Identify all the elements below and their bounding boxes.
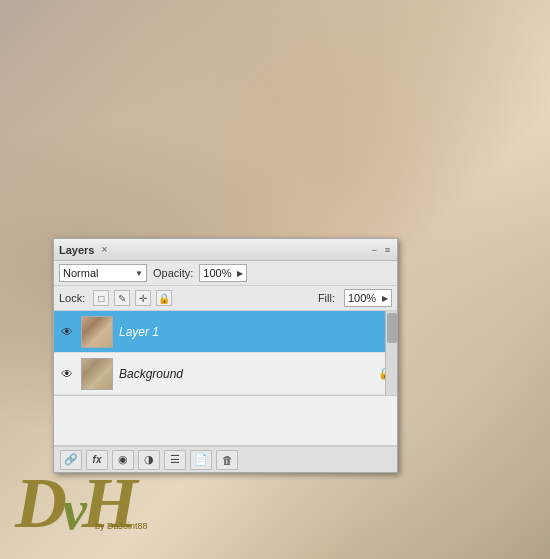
layers-list: 👁 Layer 1 👁 Background 🔒 [54, 311, 397, 396]
fill-arrow-icon: ▶ [382, 294, 388, 303]
layers-scrollbar[interactable] [385, 311, 397, 395]
delete-icon: 🗑 [222, 454, 233, 466]
layer1-thumbnail [81, 316, 113, 348]
blend-mode-arrow: ▼ [135, 269, 143, 278]
titlebar-right: − ≡ [369, 245, 392, 255]
panel-minimize-button[interactable]: − [369, 245, 378, 255]
watermark-v: v [62, 479, 82, 541]
fill-label: Fill: [318, 292, 335, 304]
background-visibility-toggle[interactable]: 👁 [59, 366, 75, 382]
layers-panel: Layers × − ≡ Normal ▼ Opacity: 100% ▶ Lo… [53, 238, 398, 473]
opacity-input[interactable]: 100% ▶ [199, 264, 247, 282]
blend-mode-value: Normal [63, 267, 135, 279]
layers-empty-area [54, 396, 397, 446]
add-mask-button[interactable]: ◉ [112, 450, 134, 470]
opacity-label: Opacity: [153, 267, 193, 279]
new-layer-button[interactable]: 📄 [190, 450, 212, 470]
mask-icon: ◉ [118, 453, 128, 466]
layer-item-background[interactable]: 👁 Background 🔒 [54, 353, 397, 395]
layer1-name: Layer 1 [119, 325, 392, 339]
fill-input[interactable]: 100% ▶ [344, 289, 392, 307]
opacity-arrow-icon: ▶ [237, 269, 243, 278]
link-icon: 🔗 [64, 453, 78, 466]
panel-titlebar: Layers × − ≡ [54, 239, 397, 261]
fx-icon: fx [93, 454, 102, 465]
opacity-value: 100% [203, 267, 237, 279]
layer-item-layer1[interactable]: 👁 Layer 1 [54, 311, 397, 353]
delete-layer-button[interactable]: 🗑 [216, 450, 238, 470]
lock-label: Lock: [59, 292, 85, 304]
lock-all-btn[interactable]: 🔒 [156, 290, 172, 306]
panel-menu-button[interactable]: ≡ [383, 245, 392, 255]
background-layer-name: Background [119, 367, 372, 381]
background-thumbnail [81, 358, 113, 390]
panel-close-button[interactable]: × [101, 244, 107, 255]
watermark-d: D [15, 463, 62, 543]
watermark-subtext: by DaJoint88 [95, 521, 148, 531]
adjustment-button[interactable]: ◑ [138, 450, 160, 470]
lock-transparent-btn[interactable]: □ [93, 290, 109, 306]
fx-button[interactable]: fx [86, 450, 108, 470]
blend-opacity-row: Normal ▼ Opacity: 100% ▶ [54, 261, 397, 286]
panel-toolbar: 🔗 fx ◉ ◑ ☰ 📄 🗑 [54, 446, 397, 472]
scrollbar-thumb[interactable] [387, 313, 397, 343]
new-layer-icon: 📄 [194, 453, 208, 466]
group-icon: ☰ [170, 453, 180, 466]
group-button[interactable]: ☰ [164, 450, 186, 470]
blend-mode-dropdown[interactable]: Normal ▼ [59, 264, 147, 282]
layer1-visibility-toggle[interactable]: 👁 [59, 324, 75, 340]
lock-image-btn[interactable]: ✎ [114, 290, 130, 306]
watermark-n: H [82, 463, 133, 543]
lock-position-btn[interactable]: ✛ [135, 290, 151, 306]
lock-fill-row: Lock: □ ✎ ✛ 🔒 Fill: 100% ▶ [54, 286, 397, 311]
panel-title: Layers [59, 244, 94, 256]
link-layers-button[interactable]: 🔗 [60, 450, 82, 470]
fill-value: 100% [348, 292, 382, 304]
titlebar-left: Layers × [59, 244, 107, 256]
adjustment-icon: ◑ [144, 453, 154, 466]
